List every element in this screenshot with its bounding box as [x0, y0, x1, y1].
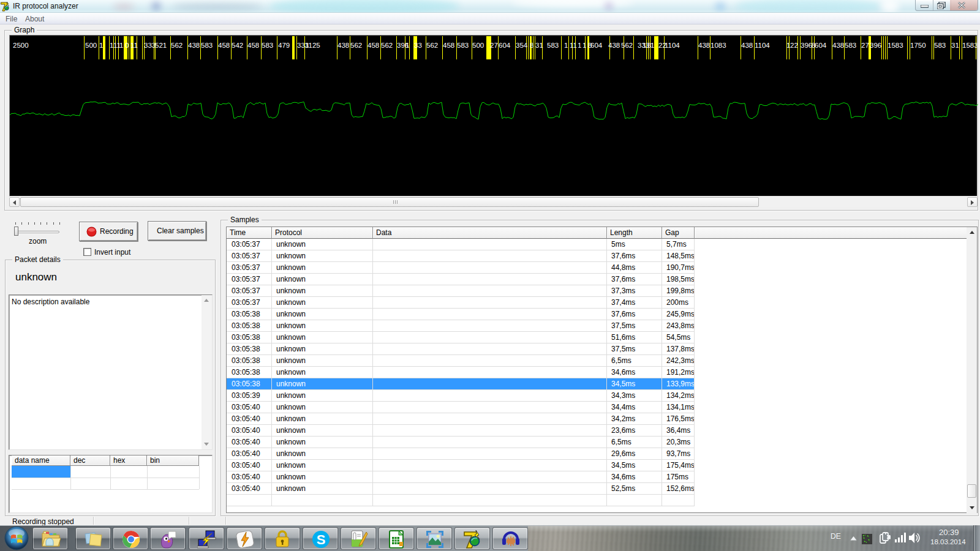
- svg-text:1750: 1750: [910, 42, 926, 49]
- svg-text:500: 500: [472, 42, 484, 49]
- svg-text:1104: 1104: [755, 42, 770, 49]
- svg-text:2500: 2500: [13, 42, 29, 49]
- svg-text:583: 583: [845, 42, 856, 49]
- svg-text:438: 438: [608, 42, 620, 49]
- svg-text:438: 438: [698, 42, 710, 49]
- svg-text:1083: 1083: [710, 42, 726, 49]
- svg-text:1125: 1125: [305, 42, 320, 49]
- svg-text:11: 11: [570, 42, 577, 49]
- svg-text:1583: 1583: [962, 42, 978, 49]
- svg-text:1: 1: [564, 42, 568, 49]
- svg-text:354: 354: [516, 42, 528, 49]
- svg-text:479: 479: [278, 42, 290, 49]
- svg-text:33: 33: [414, 42, 422, 49]
- svg-text:562: 562: [381, 42, 393, 49]
- svg-text:S: S: [317, 532, 326, 547]
- svg-text:8: 8: [530, 42, 533, 49]
- svg-text:562: 562: [621, 42, 633, 49]
- svg-text:1583: 1583: [888, 42, 903, 49]
- svg-text:11: 11: [130, 42, 138, 49]
- svg-text:604: 604: [590, 42, 603, 49]
- svg-text:22: 22: [790, 42, 798, 49]
- svg-text:31: 31: [535, 42, 543, 49]
- svg-text:438: 438: [337, 42, 349, 49]
- svg-text:0: 0: [125, 42, 129, 49]
- svg-text:500: 500: [85, 42, 97, 49]
- svg-text:562: 562: [171, 42, 183, 49]
- svg-text:562: 562: [350, 42, 362, 49]
- svg-text:583: 583: [457, 42, 469, 49]
- svg-text:438: 438: [832, 42, 844, 49]
- svg-text:438: 438: [188, 42, 200, 49]
- svg-text:27: 27: [490, 42, 498, 49]
- svg-text:583: 583: [547, 42, 559, 49]
- svg-text:604: 604: [499, 42, 511, 49]
- svg-text:583: 583: [201, 42, 213, 49]
- svg-text:1: 1: [119, 42, 123, 49]
- svg-text:31: 31: [951, 42, 959, 49]
- svg-text:521: 521: [155, 42, 167, 49]
- svg-text:396: 396: [801, 42, 812, 49]
- svg-text:396: 396: [870, 42, 881, 49]
- svg-text:583: 583: [262, 42, 273, 49]
- svg-text:562: 562: [426, 42, 438, 49]
- svg-text:458: 458: [443, 42, 454, 49]
- svg-text:583: 583: [934, 42, 946, 49]
- svg-text:604: 604: [815, 42, 827, 49]
- svg-text:333: 333: [144, 42, 156, 49]
- svg-text:458: 458: [368, 42, 379, 49]
- svg-text:1: 1: [405, 42, 409, 49]
- svg-text:1: 1: [582, 42, 586, 49]
- svg-text:438: 438: [741, 42, 753, 49]
- svg-text:1: 1: [578, 42, 581, 49]
- svg-text:458: 458: [218, 42, 230, 49]
- svg-text:1: 1: [643, 42, 646, 49]
- svg-text:542: 542: [232, 42, 243, 49]
- svg-text:27: 27: [861, 42, 869, 49]
- svg-text:1: 1: [650, 42, 654, 49]
- svg-text:458: 458: [247, 42, 259, 49]
- svg-text:1: 1: [99, 42, 103, 49]
- svg-text:1104: 1104: [665, 42, 680, 49]
